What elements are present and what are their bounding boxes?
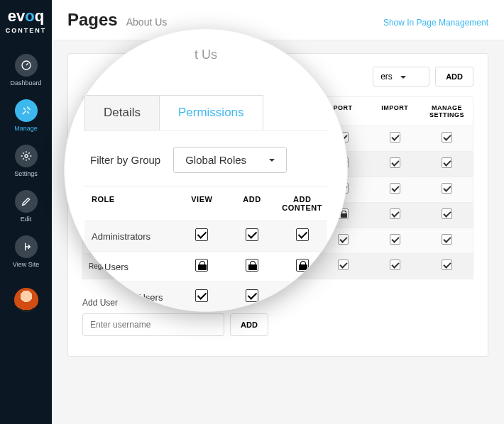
sidebar: evoq CONTENT Dashboard Manage Settings E… <box>0 0 52 424</box>
gear-icon <box>15 145 38 167</box>
checkbox[interactable] <box>442 132 452 143</box>
checkbox[interactable] <box>442 234 452 245</box>
checkbox[interactable] <box>390 234 400 245</box>
nav-edit[interactable]: Edit <box>0 183 52 228</box>
mag-tabs: Details Permissions <box>84 95 327 131</box>
nav-dashboard[interactable]: Dashboard <box>0 47 52 92</box>
nav-label-manage: Manage <box>0 125 52 132</box>
caret-down-icon <box>269 159 275 162</box>
page-title: Pages <box>67 10 118 30</box>
checkbox[interactable] <box>390 157 400 168</box>
filter-by-group-label: Filter by Group <box>90 154 160 166</box>
user-avatar[interactable] <box>14 288 38 312</box>
exit-icon <box>15 235 38 258</box>
mag-col-add: ADD <box>227 195 278 212</box>
lock-icon[interactable] <box>246 259 258 272</box>
checkbox[interactable] <box>195 228 208 241</box>
nav-label-dashboard: Dashboard <box>0 79 52 87</box>
lock-icon[interactable] <box>296 259 309 272</box>
svg-point-1 <box>25 155 28 157</box>
mag-col-view: VIEW <box>177 195 227 212</box>
nav-label-edit: Edit <box>0 216 52 223</box>
add-user-section: Add User ADD <box>82 298 473 336</box>
checkbox[interactable] <box>246 228 258 241</box>
filter-group-value: Global Roles <box>185 154 246 166</box>
checkbox[interactable] <box>390 260 400 270</box>
filter-select-value: ers <box>380 72 393 82</box>
checkbox[interactable] <box>246 289 258 302</box>
nav-label-settings: Settings <box>0 170 52 177</box>
filter-select[interactable]: ers <box>373 67 429 87</box>
checkbox[interactable] <box>442 157 452 168</box>
show-in-page-management-link[interactable]: Show In Page Management <box>383 18 488 28</box>
username-input[interactable] <box>82 313 224 336</box>
pencil-icon <box>15 190 38 213</box>
tab-details[interactable]: Details <box>84 95 160 130</box>
dashboard-icon <box>15 54 38 77</box>
tab-permissions[interactable]: Permissions <box>159 95 263 130</box>
add-user-label: Add User <box>82 298 473 308</box>
checkbox[interactable] <box>442 260 452 270</box>
add-user-button[interactable]: ADD <box>230 313 268 336</box>
mag-row-administrators: Administrators <box>84 221 327 251</box>
checkbox[interactable] <box>296 228 309 241</box>
page-sub: About Us <box>126 16 168 28</box>
brand-logo: evoq <box>8 7 44 26</box>
checkbox[interactable] <box>442 208 452 219</box>
checkbox[interactable] <box>338 234 349 245</box>
lock-icon[interactable] <box>195 259 208 272</box>
filter-group-select[interactable]: Global Roles <box>173 147 287 173</box>
checkbox[interactable] <box>338 260 349 270</box>
nav-label-viewsite: View Site <box>0 261 52 268</box>
col-header-manage-settings: MANAGE SETTINGS <box>421 97 473 125</box>
checkbox[interactable] <box>442 183 452 194</box>
mag-role-label: Administrators <box>84 231 177 242</box>
checkbox[interactable] <box>390 183 400 194</box>
checkbox[interactable] <box>390 208 400 219</box>
brand-sub: CONTENT <box>6 27 47 34</box>
magnifier-lens: t Us Details Permissions Filter by Group… <box>64 28 348 312</box>
nav-viewsite[interactable]: View Site <box>0 228 52 274</box>
add-button-top[interactable]: ADD <box>435 67 473 87</box>
nav-manage[interactable]: Manage <box>0 92 52 138</box>
col-header-import: IMPORT <box>369 97 421 125</box>
page-header: Pages About Us Show In Page Management <box>52 0 504 40</box>
tools-icon <box>15 99 38 122</box>
mag-row-all-users: All Users <box>84 251 327 281</box>
mag-col-add-content: ADDCONTENT <box>277 195 327 212</box>
checkbox[interactable] <box>195 289 208 302</box>
mag-col-role: ROLE <box>84 195 177 212</box>
caret-down-icon <box>400 76 406 79</box>
checkbox[interactable] <box>390 132 400 143</box>
nav-settings[interactable]: Settings <box>0 138 52 183</box>
